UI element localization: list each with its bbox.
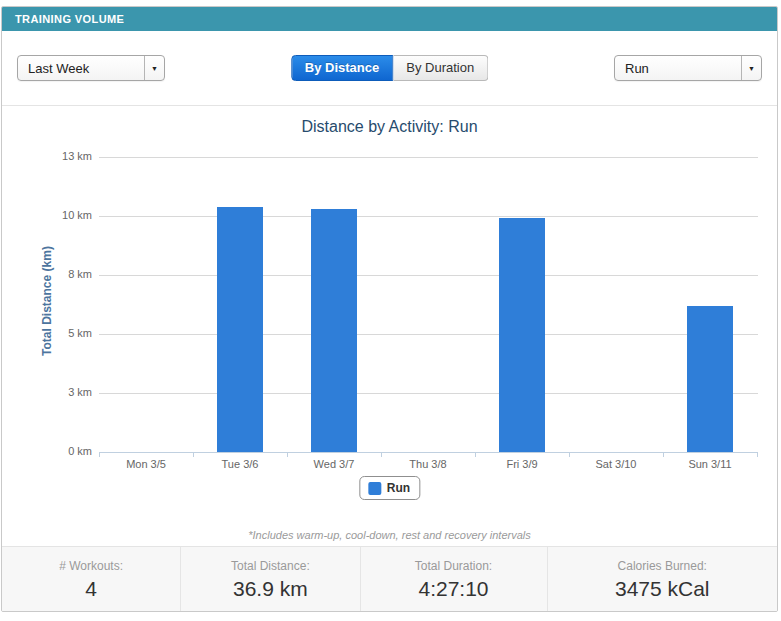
legend-swatch-icon bbox=[368, 482, 381, 495]
activity-select-value: Run bbox=[615, 61, 741, 76]
chart-title: Distance by Activity: Run bbox=[42, 118, 737, 136]
y-axis-tick-label: 8 km bbox=[20, 268, 92, 280]
stat-calories: Calories Burned: 3475 kCal bbox=[547, 547, 778, 612]
x-axis-tick-mark bbox=[287, 453, 288, 457]
stat-value: 36.9 km bbox=[233, 577, 308, 601]
x-axis-category-label: Thu 3/8 bbox=[381, 458, 475, 470]
chart-bar[interactable] bbox=[687, 306, 733, 452]
stat-value: 4 bbox=[85, 577, 97, 601]
chart-bar[interactable] bbox=[217, 207, 263, 452]
toolbar: Last Week ▼ By Distance By Duration Run … bbox=[2, 31, 777, 106]
stat-total-distance: Total Distance: 36.9 km bbox=[180, 547, 359, 612]
x-axis-tick-mark bbox=[99, 453, 100, 457]
gridline bbox=[99, 157, 758, 158]
chevron-down-icon: ▼ bbox=[741, 56, 761, 80]
chevron-down-icon: ▼ bbox=[144, 56, 164, 80]
stat-workouts: # Workouts: 4 bbox=[2, 547, 180, 612]
chart-bar[interactable] bbox=[311, 209, 357, 452]
stat-label: Total Distance: bbox=[231, 559, 310, 573]
y-axis-tick-label: 3 km bbox=[20, 386, 92, 398]
gridline bbox=[99, 393, 758, 394]
stat-label: Calories Burned: bbox=[618, 559, 707, 573]
training-volume-widget: TRAINING VOLUME Last Week ▼ By Distance … bbox=[1, 6, 778, 612]
legend-label: Run bbox=[387, 481, 410, 495]
view-toggle: By Distance By Duration bbox=[291, 55, 488, 81]
gridline bbox=[99, 275, 758, 276]
x-axis-category-label: Sat 3/10 bbox=[569, 458, 663, 470]
stat-total-duration: Total Duration: 4:27:10 bbox=[360, 547, 547, 612]
x-axis-tick-mark bbox=[569, 453, 570, 457]
x-axis-category-label: Tue 3/6 bbox=[193, 458, 287, 470]
y-axis-tick-label: 0 km bbox=[20, 445, 92, 457]
x-axis-category-label: Sun 3/11 bbox=[663, 458, 757, 470]
chart-legend[interactable]: Run bbox=[359, 476, 420, 500]
stat-value: 4:27:10 bbox=[418, 577, 488, 601]
y-axis-title: Total Distance (km) bbox=[40, 221, 54, 381]
activity-select[interactable]: Run ▼ bbox=[614, 55, 762, 81]
x-axis-tick-mark bbox=[757, 453, 758, 457]
period-select-value: Last Week bbox=[18, 61, 144, 76]
x-axis-line bbox=[99, 452, 758, 453]
chart-area: Distance by Activity: Run Total Distance… bbox=[2, 106, 777, 547]
stat-label: Total Duration: bbox=[415, 559, 492, 573]
x-axis-tick-mark bbox=[663, 453, 664, 457]
period-select[interactable]: Last Week ▼ bbox=[17, 55, 165, 81]
x-axis-tick-mark bbox=[475, 453, 476, 457]
stat-label: # Workouts: bbox=[59, 559, 123, 573]
widget-title: TRAINING VOLUME bbox=[15, 13, 124, 25]
widget-header: TRAINING VOLUME bbox=[2, 7, 777, 31]
summary-footer: # Workouts: 4 Total Distance: 36.9 km To… bbox=[2, 547, 777, 612]
x-axis-tick-mark bbox=[381, 453, 382, 457]
x-axis-tick-mark bbox=[193, 453, 194, 457]
chart-bar[interactable] bbox=[499, 218, 545, 452]
x-axis-category-label: Fri 3/9 bbox=[475, 458, 569, 470]
stat-value: 3475 kCal bbox=[615, 577, 710, 601]
y-axis-tick-label: 10 km bbox=[20, 209, 92, 221]
y-axis-tick-label: 5 km bbox=[20, 327, 92, 339]
by-duration-button[interactable]: By Duration bbox=[393, 55, 488, 81]
y-axis-tick-label: 13 km bbox=[20, 150, 92, 162]
x-axis-category-label: Mon 3/5 bbox=[99, 458, 193, 470]
x-axis-category-label: Wed 3/7 bbox=[287, 458, 381, 470]
chart-footnote: *Includes warm-up, cool-down, rest and r… bbox=[2, 529, 777, 541]
gridline bbox=[99, 216, 758, 217]
by-distance-button[interactable]: By Distance bbox=[291, 55, 393, 81]
gridline bbox=[99, 334, 758, 335]
